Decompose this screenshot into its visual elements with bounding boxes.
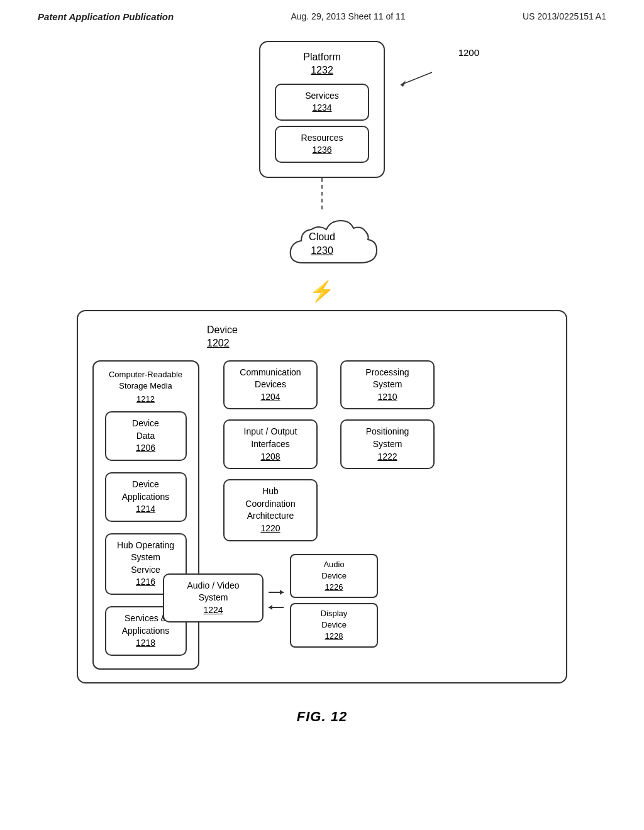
page-header: Patent Application Publication Aug. 29, …: [0, 0, 644, 22]
header-right: US 2013/0225151 A1: [523, 11, 606, 22]
av-section: Audio / Video System 1224: [163, 554, 378, 648]
processing-system-box: Processing System 1210: [340, 360, 435, 410]
device-apps-box: Device Applications 1214: [105, 472, 187, 522]
right-column: Processing System 1210 Positioning Syste…: [340, 360, 447, 475]
dotted-connector: [321, 178, 323, 209]
header-left: Patent Application Publication: [38, 11, 174, 22]
svg-marker-5: [269, 605, 272, 610]
av-system-box: Audio / Video System 1224: [163, 573, 264, 623]
device-data-box: Device Data 1206: [105, 411, 187, 461]
audio-device-box: Audio Device 1226: [290, 554, 378, 599]
middle-column: Communication Devices 1204 Input / Outpu…: [211, 360, 330, 648]
lightning-icon: ⚡: [309, 281, 335, 301]
main-content: 1200 Platform 1232 Services 1234 Resourc…: [0, 22, 644, 725]
ref-1200-label: 1200: [458, 47, 479, 58]
cloud-section: Cloud 1230: [262, 209, 382, 279]
resources-box: Resources 1236: [275, 126, 369, 163]
svg-line-0: [401, 72, 432, 85]
header-center: Aug. 29, 2013 Sheet 11 of 11: [291, 11, 405, 22]
av-right-boxes: Audio Device 1226 Display Device 1228: [290, 554, 378, 648]
device-layout: Computer-Readable Storage Media 1212 Dev…: [91, 360, 553, 670]
storage-title: Computer-Readable Storage Media 1212: [100, 369, 192, 406]
cloud-label: Cloud 1230: [309, 230, 335, 258]
device-title: Device 1202: [91, 324, 553, 350]
hub-coord-box: Hub Coordination Architecture 1220: [223, 479, 318, 541]
positioning-system-box: Positioning System 1222: [340, 419, 435, 469]
ref-arrow: [394, 69, 438, 91]
device-section: Device 1202 Computer-Readable Storage Me…: [77, 310, 567, 683]
cloud-shape: Cloud 1230: [262, 209, 382, 279]
display-device-box: Display Device 1228: [290, 603, 378, 648]
fig-label: FIG. 12: [297, 709, 347, 725]
platform-box: Platform 1232 Services 1234 Resources 12…: [259, 41, 385, 178]
services-box: Services 1234: [275, 84, 369, 121]
platform-title: Platform 1232: [303, 51, 341, 77]
io-interfaces-box: Input / Output Interfaces 1208: [223, 419, 318, 469]
comm-devices-box: Communication Devices 1204: [223, 360, 318, 410]
platform-section: 1200 Platform 1232 Services 1234 Resourc…: [259, 41, 385, 178]
svg-marker-3: [280, 590, 284, 595]
double-arrow-icon: [267, 585, 286, 616]
